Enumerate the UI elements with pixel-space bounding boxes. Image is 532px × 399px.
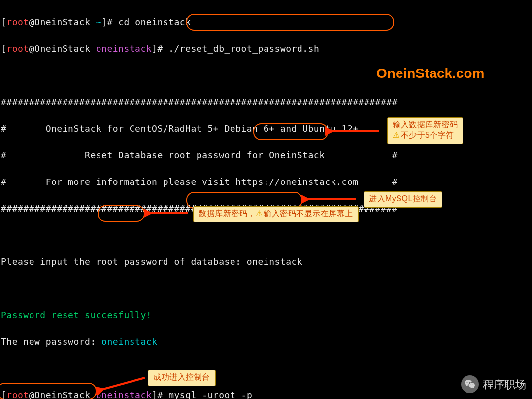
banner-rule-top: ########################################… [1,95,531,109]
prompt-line-3: [root@OneinStack oneinstack]# mysql -uro… [1,388,531,399]
prompt-line-1: [root@OneinStack ~]# cd oneinstack [1,15,531,29]
callout-success: 成功进入控制台 [148,370,216,386]
banner-line-2: # Reset Database root password for Onein… [1,148,531,162]
callout-mysql-console: 进入MySQL控制台 [364,191,442,208]
prompt-line-2: [root@OneinStack oneinstack]# ./reset_db… [1,42,531,55]
reset-success-line: Password reset succesfully! [1,308,531,322]
banner-line-3: # For more information please visit http… [1,175,531,188]
new-password-line: The new password: oneinstack [1,335,531,348]
command-cd: cd oneinstack [118,17,191,27]
command-reset-script: ./reset_db_root_password.sh [168,43,319,54]
terminal[interactable]: [root@OneinStack ~]# cd oneinstack [root… [0,0,532,399]
input-password-value[interactable]: oneinstack [247,256,302,267]
command-mysql: mysql -uroot -p [168,390,252,399]
input-password-line: Please input the root password of databa… [1,255,531,268]
callout-hidden-password: 数据库新密码，输入密码不显示在屏幕上 [193,206,359,222]
watermark-site: OneinStack.com [376,63,484,84]
callout-new-password: 输入数据库新密码 不少于5个字符 [387,117,463,144]
watermark-footer: 程序职场 [461,375,526,393]
wechat-icon [461,375,479,393]
